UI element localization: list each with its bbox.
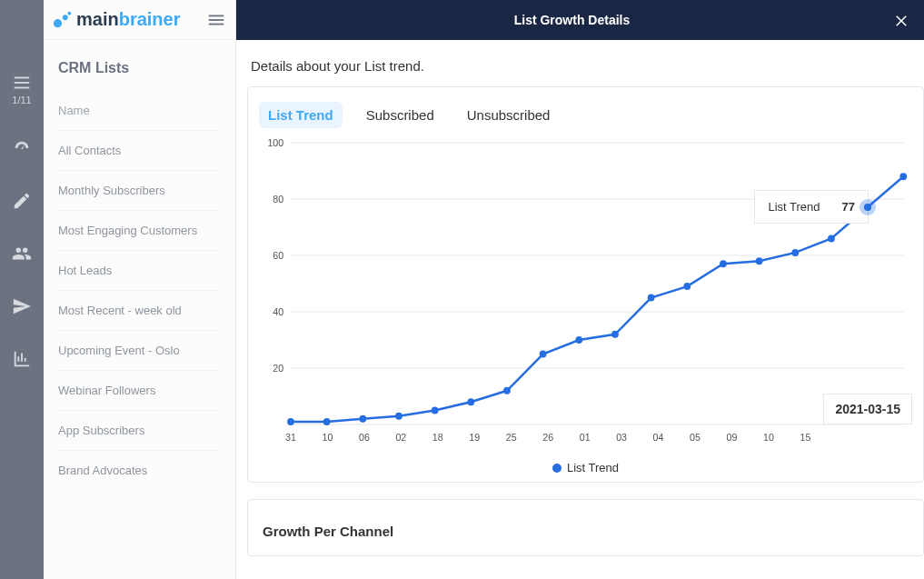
legend-dot-icon [552,464,561,473]
modal-title: List Growth Details [251,13,893,27]
svg-text:80: 80 [273,194,283,205]
chart-highlight-point [859,199,876,215]
brand-logo[interactable]: mainbrainer [53,9,181,30]
pencil-icon[interactable] [12,191,32,211]
svg-point-27 [540,351,547,358]
line-chart: 2040608010031100602181925260103040509101… [259,134,912,461]
list-item[interactable]: Most Engaging Customers [58,210,221,250]
svg-text:09: 09 [727,432,738,443]
svg-point-3 [54,19,62,27]
svg-text:10: 10 [763,432,774,443]
tab-unsubscribed[interactable]: Unsubscribed [458,102,560,128]
list-item[interactable]: Hot Leads [58,250,221,290]
svg-rect-2 [15,87,30,89]
step-count: 1/11 [12,95,31,105]
svg-rect-7 [209,19,224,21]
svg-text:02: 02 [395,432,406,443]
legend-label: List Trend [567,461,619,474]
column-header-name: Name [58,104,221,117]
menu-toggle-icon[interactable] [206,10,226,30]
svg-text:19: 19 [469,432,480,443]
list-item[interactable]: Webinar Followers [58,370,221,410]
svg-point-35 [828,235,835,242]
section-subtitle: Details about your List trend. [251,58,924,74]
dots-logo-icon [53,10,73,30]
chart-tooltip: List Trend 77 [754,190,869,224]
svg-point-20 [287,418,294,425]
main-panel: List Growth Details Details about your L… [236,0,924,579]
svg-point-28 [575,336,582,344]
svg-point-32 [720,260,727,267]
svg-rect-1 [15,82,30,84]
list-icon[interactable] [12,73,32,93]
modal-content: Details about your List trend. List Tren… [236,40,924,573]
list-item[interactable]: Upcoming Event - Oslo [58,330,221,370]
tab-list-trend[interactable]: List Trend [259,102,343,128]
svg-text:01: 01 [580,432,591,443]
chart-legend: List Trend [259,461,912,474]
panel-title: CRM Lists [58,60,221,76]
svg-point-34 [791,249,799,256]
list-item[interactable]: Most Recent - week old [58,290,221,330]
svg-point-30 [648,294,655,302]
svg-point-33 [756,257,763,265]
chart-card: List Trend Subscribed Unsubscribed 20406… [247,86,924,483]
svg-point-37 [899,173,907,180]
dashboard-icon[interactable] [12,138,32,158]
svg-rect-8 [209,23,224,25]
left-panel: mainbrainer CRM Lists Name All ContactsM… [44,0,236,579]
svg-text:20: 20 [273,363,283,374]
list-item[interactable]: Monthly Subscribers [58,170,221,210]
svg-text:18: 18 [432,432,443,443]
svg-text:04: 04 [653,432,664,443]
users-icon[interactable] [12,244,32,264]
list-item[interactable]: All Contacts [58,130,221,170]
brand-text: mainbrainer [76,9,181,30]
svg-text:06: 06 [359,432,370,443]
growth-channel-title: Growth Per Channel [259,514,912,548]
svg-point-21 [323,418,331,425]
svg-point-29 [611,331,619,338]
svg-point-24 [432,407,439,414]
svg-rect-6 [209,15,224,16]
svg-text:40: 40 [273,306,283,317]
svg-text:31: 31 [285,432,296,443]
rail-step-indicator: 1/11 [12,73,32,105]
svg-point-22 [359,415,366,423]
close-icon[interactable] [893,12,909,28]
svg-text:60: 60 [273,250,283,261]
svg-point-5 [68,11,72,15]
chart-tabs: List Trend Subscribed Unsubscribed [259,102,912,128]
nav-rail: 1/11 [0,0,44,579]
svg-point-4 [63,15,68,20]
svg-point-31 [683,283,691,290]
svg-text:100: 100 [267,137,283,148]
svg-text:03: 03 [616,432,627,443]
svg-rect-0 [15,77,30,79]
svg-point-25 [467,398,474,405]
list-item[interactable]: Brand Advocates [58,450,221,490]
tooltip-value: 77 [842,200,855,214]
chart-area: 2040608010031100602181925260103040509101… [259,134,912,461]
svg-text:15: 15 [800,432,810,443]
modal-header: List Growth Details [236,0,924,40]
list-item[interactable]: App Subscribers [58,410,221,450]
crm-list-items: All ContactsMonthly SubscribersMost Enga… [58,130,221,490]
svg-text:26: 26 [542,432,553,443]
chart-icon[interactable] [12,349,32,369]
svg-text:10: 10 [323,432,333,443]
svg-point-23 [395,413,402,420]
chart-date-flag: 2021-03-15 [823,394,912,424]
svg-point-26 [503,387,511,394]
growth-channel-card: Growth Per Channel [247,499,924,556]
send-icon[interactable] [12,296,32,316]
svg-text:05: 05 [690,432,700,443]
tooltip-label: List Trend [768,200,820,214]
crm-lists-panel: CRM Lists Name All ContactsMonthly Subsc… [44,40,235,510]
svg-text:25: 25 [506,432,517,443]
tab-subscribed[interactable]: Subscribed [357,102,443,128]
brand-bar: mainbrainer [44,0,235,40]
